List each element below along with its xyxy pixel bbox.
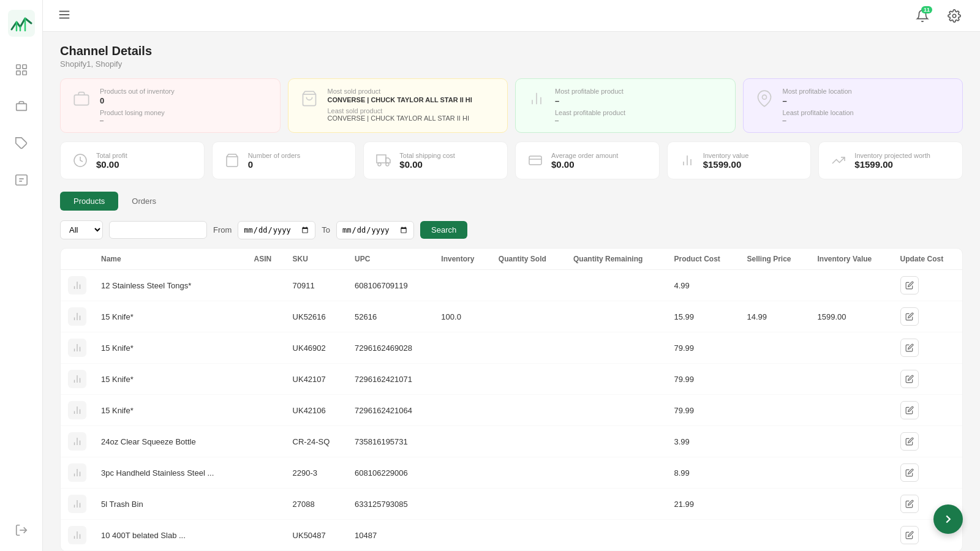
edit-cost-button[interactable] — [900, 432, 919, 451]
most-profitable-card-value: – — [555, 96, 725, 105]
projected-worth-label: Inventory projected worth — [854, 152, 952, 159]
notification-button[interactable]: 11 — [911, 5, 933, 27]
stats-row: Total profit $0.00 Number of orders 0 — [60, 141, 963, 179]
content-area: Channel Details Shopify1, Shopify Produc… — [43, 32, 980, 551]
product-qty-remaining — [566, 520, 667, 551]
edit-cost-button[interactable] — [900, 401, 919, 419]
shipping-cost-stat: Total shipping cost $0.00 — [363, 141, 508, 179]
product-selling-price — [740, 332, 810, 364]
location-card-label: Most profitable location — [783, 88, 953, 95]
col-update-cost: Update Cost — [893, 249, 962, 270]
most-profitable-card: Most profitable product – Least profitab… — [515, 78, 736, 133]
notification-badge: 11 — [921, 6, 932, 13]
settings-button[interactable] — [943, 5, 965, 27]
product-chart-icon — [68, 339, 86, 357]
table-row: 12 Stainless Steel Tongs*709116081067091… — [61, 270, 962, 301]
avg-order-icon — [526, 151, 545, 170]
update-cost-cell — [893, 301, 962, 332]
product-inventory — [434, 364, 491, 395]
update-cost-cell — [893, 364, 962, 395]
most-sold-card: Most sold product CONVERSE | CHUCK TAYLO… — [288, 78, 508, 133]
inventory-value-icon — [677, 151, 697, 170]
product-qty-sold — [491, 489, 566, 520]
shipping-cost-content: Total shipping cost $0.00 — [399, 152, 497, 170]
table-row: 5l Trash Bin2708863312579308521.99 — [61, 489, 962, 520]
tab-orders[interactable]: Orders — [118, 192, 170, 211]
edit-cost-button[interactable] — [900, 495, 919, 513]
to-date-input[interactable] — [336, 221, 414, 239]
num-orders-stat: Number of orders 0 — [212, 141, 356, 179]
shipping-cost-label: Total shipping cost — [399, 152, 497, 159]
edit-cost-button[interactable] — [900, 339, 919, 357]
col-icon — [61, 249, 94, 270]
projected-worth-stat: Inventory projected worth $1599.00 — [818, 141, 963, 179]
table-row: 15 Knife*UK46902729616246902879.99 — [61, 332, 962, 364]
col-selling-price: Selling Price — [740, 249, 810, 270]
svg-rect-3 — [16, 71, 20, 75]
most-profitable-card-icon — [526, 88, 548, 110]
num-orders-label: Number of orders — [248, 152, 346, 159]
sidebar-bottom — [10, 519, 32, 541]
product-asin — [246, 364, 285, 395]
product-qty-remaining — [566, 489, 667, 520]
product-qty-sold — [491, 457, 566, 489]
edit-cost-button[interactable] — [900, 463, 919, 482]
product-chart-icon — [68, 370, 86, 388]
product-product-cost — [667, 520, 740, 551]
tags-nav-icon[interactable] — [10, 132, 32, 154]
product-asin — [246, 301, 285, 332]
product-chart-icon — [68, 495, 86, 513]
product-icon-cell — [61, 301, 94, 332]
product-upc: 608106229006 — [347, 457, 434, 489]
orders-nav-icon[interactable] — [10, 169, 32, 191]
table-row: 15 Knife*UK5261652616100.015.9914.991599… — [61, 301, 962, 332]
table-header-row: Name ASIN SKU UPC Inventory Quantity Sol… — [61, 249, 962, 270]
location-card-value: – — [783, 96, 953, 105]
hamburger-menu-icon[interactable] — [58, 8, 71, 24]
product-asin — [246, 395, 285, 426]
total-profit-icon — [70, 151, 90, 170]
svg-point-11 — [952, 14, 956, 18]
num-orders-value: 0 — [248, 159, 346, 170]
category-filter[interactable]: All — [60, 220, 103, 239]
product-upc: 633125793085 — [347, 489, 434, 520]
help-button[interactable] — [933, 504, 963, 534]
shipping-cost-value: $0.00 — [399, 159, 497, 170]
product-inventory — [434, 395, 491, 426]
product-asin — [246, 426, 285, 457]
projected-worth-content: Inventory projected worth $1599.00 — [854, 152, 952, 170]
table-row: 3pc Handheld Stainless Steel ...2290-360… — [61, 457, 962, 489]
search-button[interactable]: Search — [420, 221, 467, 239]
tab-products[interactable]: Products — [60, 192, 118, 211]
update-cost-cell — [893, 457, 962, 489]
col-product-cost: Product Cost — [667, 249, 740, 270]
from-date-input[interactable] — [238, 221, 315, 239]
product-name: 15 Knife* — [94, 332, 246, 364]
product-qty-sold — [491, 364, 566, 395]
products-nav-icon[interactable] — [10, 96, 32, 118]
edit-cost-button[interactable] — [900, 307, 919, 326]
product-chart-icon — [68, 307, 86, 326]
product-name: 12 Stainless Steel Tongs* — [94, 270, 246, 301]
product-selling-price — [740, 426, 810, 457]
tab-bar: Products Orders — [60, 192, 963, 211]
edit-cost-button[interactable] — [900, 370, 919, 388]
product-upc: 735816195731 — [347, 426, 434, 457]
page-title: Channel Details — [60, 44, 963, 58]
logout-nav-icon[interactable] — [10, 519, 32, 541]
product-inventory — [434, 457, 491, 489]
avg-order-stat: Average order amount $0.00 — [515, 141, 660, 179]
products-table-wrapper: Name ASIN SKU UPC Inventory Quantity Sol… — [60, 248, 963, 551]
search-input[interactable] — [109, 221, 207, 239]
product-icon-cell — [61, 364, 94, 395]
edit-cost-button[interactable] — [900, 276, 919, 294]
dashboard-nav-icon[interactable] — [10, 59, 32, 81]
svg-rect-1 — [16, 65, 20, 69]
product-product-cost: 8.99 — [667, 457, 740, 489]
col-qty-remaining: Quantity Remaining — [566, 249, 667, 270]
product-sku: 27088 — [285, 489, 347, 520]
product-qty-sold — [491, 520, 566, 551]
edit-cost-button[interactable] — [900, 526, 919, 544]
product-product-cost: 3.99 — [667, 426, 740, 457]
num-orders-content: Number of orders 0 — [248, 152, 346, 170]
